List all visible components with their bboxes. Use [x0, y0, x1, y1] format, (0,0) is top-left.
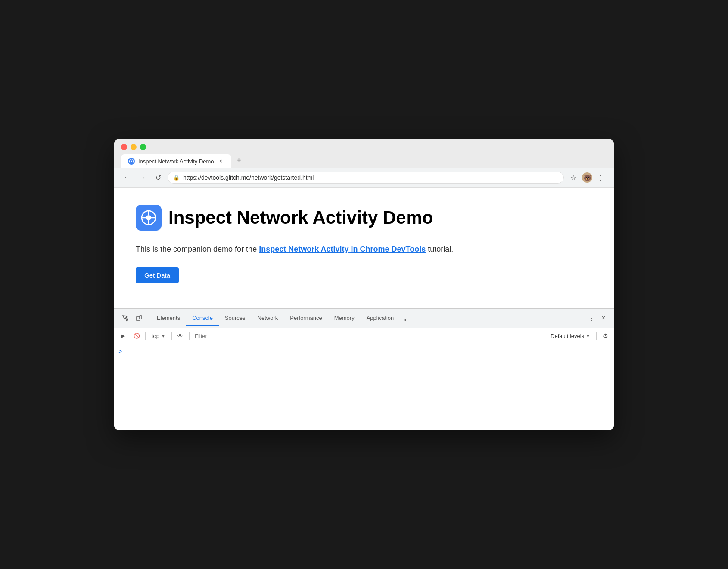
bookmark-button[interactable]: ☆ [567, 172, 579, 184]
tab-console[interactable]: Console [186, 310, 219, 326]
console-output: > [114, 344, 614, 430]
toolbar-separator [149, 314, 149, 322]
menu-dots-icon: ⋮ [597, 174, 604, 182]
get-data-button[interactable]: Get Data [136, 267, 179, 283]
close-button[interactable] [121, 144, 127, 150]
console-bar: ▶ 🚫 top ▼ 👁 Default levels ▼ [114, 328, 614, 344]
page-logo [136, 205, 162, 231]
page-title: Inspect Network Activity Demo [168, 207, 433, 228]
active-tab[interactable]: Inspect Network Activity Demo × [121, 154, 231, 168]
title-bar: Inspect Network Activity Demo × + [114, 139, 614, 168]
star-icon: ☆ [570, 174, 576, 182]
levels-dropdown-icon: ▼ [586, 334, 590, 338]
back-button[interactable]: ← [121, 172, 133, 184]
profile-button[interactable]: 🐻 [581, 172, 593, 184]
forward-button[interactable]: → [137, 172, 149, 184]
svg-point-3 [146, 215, 151, 220]
description-suffix: tutorial. [426, 245, 453, 253]
inspect-element-button[interactable] [119, 312, 131, 324]
page-header: Inspect Network Activity Demo [136, 205, 592, 231]
eye-icon: 👁 [177, 333, 183, 339]
description-prefix: This is the companion demo for the [136, 245, 259, 253]
console-separator-4 [596, 332, 597, 340]
minimize-button[interactable] [131, 144, 137, 150]
clear-console-button[interactable]: 🚫 [131, 331, 142, 341]
chrome-menu-button[interactable]: ⋮ [595, 172, 607, 184]
navigation-bar: ← → ↺ 🔒 https://devtools.glitch.me/netwo… [114, 168, 614, 188]
devtools-actions: ⋮ × [585, 313, 610, 323]
title-bar-top [121, 144, 607, 150]
devtools-toolbar: Elements Console Sources Network Perform… [114, 309, 614, 328]
devtools-menu-button[interactable]: ⋮ [586, 313, 597, 323]
tab-application[interactable]: Application [361, 310, 400, 326]
page-content: Inspect Network Activity Demo This is th… [114, 188, 614, 308]
browser-window: Inspect Network Activity Demo × + ← → ↺ … [114, 139, 614, 430]
play-icon: ▶ [121, 333, 125, 339]
context-label: top [152, 333, 159, 339]
gear-icon: ⚙ [603, 332, 608, 339]
devtools-panel: Elements Console Sources Network Perform… [114, 308, 614, 430]
tab-title: Inspect Network Activity Demo [138, 158, 214, 165]
context-selector[interactable]: top ▼ [149, 332, 168, 340]
tab-bar: Inspect Network Activity Demo × + [121, 154, 607, 168]
tab-favicon [128, 158, 135, 165]
svg-point-1 [131, 161, 132, 162]
tab-elements[interactable]: Elements [151, 310, 186, 326]
reload-button[interactable]: ↺ [152, 172, 164, 184]
console-separator-3 [189, 332, 190, 340]
svg-rect-9 [140, 316, 142, 319]
devtools-tabs: Elements Console Sources Network Perform… [151, 310, 585, 326]
devtools-close-button[interactable]: × [598, 313, 609, 323]
console-filter-input[interactable] [193, 332, 369, 340]
context-dropdown-icon: ▼ [161, 334, 165, 338]
new-tab-button[interactable]: + [233, 154, 245, 166]
tab-sources[interactable]: Sources [219, 310, 252, 326]
console-prompt[interactable]: > [118, 347, 123, 356]
devtools-icon-group [118, 309, 147, 328]
console-separator [145, 332, 146, 340]
page-description: This is the companion demo for the Inspe… [136, 244, 592, 255]
url-text: https://devtools.glitch.me/network/getst… [183, 174, 558, 181]
eye-filter-button[interactable]: 👁 [175, 331, 186, 341]
default-levels-label: Default levels [551, 333, 584, 339]
console-settings-button[interactable]: ⚙ [600, 331, 610, 341]
maximize-button[interactable] [140, 144, 146, 150]
tab-network[interactable]: Network [252, 310, 284, 326]
run-script-button[interactable]: ▶ [118, 331, 128, 341]
more-tabs-button[interactable]: » [400, 313, 410, 326]
block-icon: 🚫 [134, 333, 140, 339]
nav-actions: ☆ 🐻 ⋮ [567, 172, 607, 184]
window-controls [121, 144, 146, 150]
device-toggle-button[interactable] [133, 312, 145, 324]
console-separator-2 [171, 332, 172, 340]
default-levels-selector[interactable]: Default levels ▼ [548, 332, 593, 340]
tab-memory[interactable]: Memory [328, 310, 361, 326]
address-bar[interactable]: 🔒 https://devtools.glitch.me/network/get… [168, 172, 564, 184]
tab-performance[interactable]: Performance [284, 310, 328, 326]
tab-close-button[interactable]: × [218, 158, 224, 165]
lock-icon: 🔒 [173, 175, 180, 181]
devtools-link[interactable]: Inspect Network Activity In Chrome DevTo… [259, 245, 426, 253]
profile-avatar: 🐻 [582, 172, 592, 183]
